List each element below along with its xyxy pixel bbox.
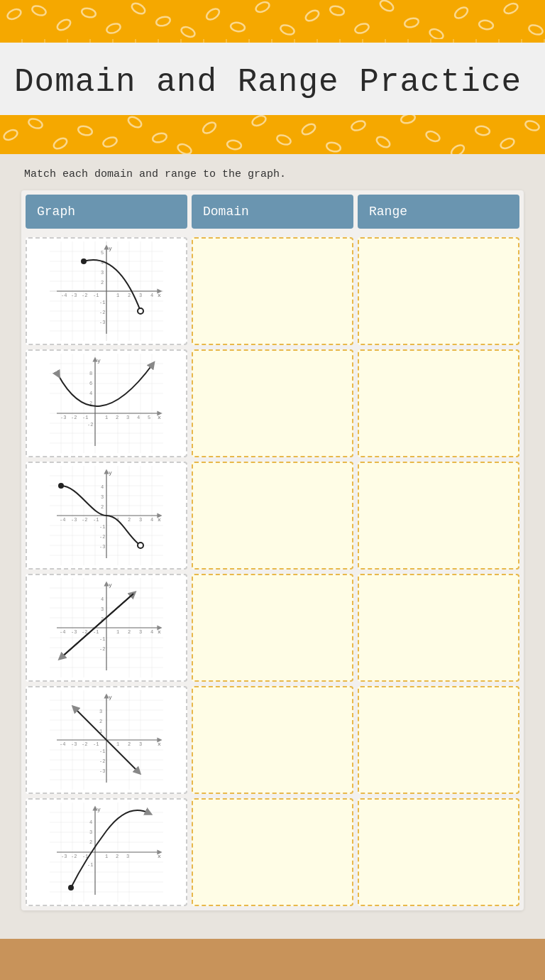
svg-text:-1: -1 xyxy=(99,636,105,642)
svg-text:-3: -3 xyxy=(71,293,77,298)
svg-text:4: 4 xyxy=(89,391,92,396)
table-row: x y -1 -2 -3 1 2 3 2 3 4 -1 xyxy=(26,798,519,906)
svg-text:y: y xyxy=(109,245,112,251)
svg-point-153 xyxy=(138,543,143,548)
svg-text:y: y xyxy=(109,582,112,588)
col-header-domain: Domain xyxy=(192,195,353,229)
domain-cell-5[interactable] xyxy=(192,686,353,794)
range-cell-4[interactable] xyxy=(358,574,519,682)
instruction-text: Match each domain and range to the graph… xyxy=(21,168,524,180)
svg-text:2: 2 xyxy=(99,719,102,724)
table-rows: x y -1 -2 -3 -4 1 2 3 4 2 3 4 5 xyxy=(21,233,524,910)
svg-text:3: 3 xyxy=(101,606,104,612)
svg-text:-3: -3 xyxy=(99,544,105,550)
svg-text:4: 4 xyxy=(101,484,104,490)
svg-text:4: 4 xyxy=(150,517,153,523)
svg-text:-3: -3 xyxy=(71,517,77,523)
col-header-range: Range xyxy=(358,195,519,229)
svg-text:1: 1 xyxy=(116,741,119,747)
svg-text:x: x xyxy=(158,414,161,420)
svg-text:4: 4 xyxy=(89,820,92,825)
svg-text:5: 5 xyxy=(101,250,104,256)
svg-text:x: x xyxy=(158,628,161,635)
svg-text:4: 4 xyxy=(150,629,153,635)
svg-text:-3: -3 xyxy=(71,629,77,635)
page-title: Domain and Range Practice xyxy=(14,64,531,101)
svg-text:-2: -2 xyxy=(99,310,105,315)
svg-text:2: 2 xyxy=(89,839,92,845)
svg-point-152 xyxy=(58,483,64,489)
domain-cell-4[interactable] xyxy=(192,574,353,682)
range-cell-1[interactable] xyxy=(358,237,519,345)
svg-text:4: 4 xyxy=(137,415,140,420)
range-cell-3[interactable] xyxy=(358,462,519,570)
table-row: x y -1 -2 -3 -4 1 2 3 1 2 3 -1 -2 xyxy=(26,686,519,794)
graph-cell-1: x y -1 -2 -3 -4 1 2 3 4 2 3 4 5 xyxy=(26,237,187,345)
range-cell-6[interactable] xyxy=(358,798,519,906)
svg-text:-3: -3 xyxy=(60,415,66,420)
svg-text:4: 4 xyxy=(101,597,104,602)
svg-text:3: 3 xyxy=(139,293,142,298)
domain-cell-1[interactable] xyxy=(192,237,353,345)
svg-text:3: 3 xyxy=(101,494,104,500)
main-card: Graph Domain Range xyxy=(21,190,524,910)
svg-text:3: 3 xyxy=(139,629,142,635)
svg-text:2: 2 xyxy=(128,517,131,523)
svg-text:x: x xyxy=(158,292,161,298)
svg-text:2: 2 xyxy=(128,741,131,747)
svg-text:-1: -1 xyxy=(93,741,99,747)
svg-text:6: 6 xyxy=(89,381,92,386)
graph-cell-5: x y -1 -2 -3 -4 1 2 3 1 2 3 -1 -2 xyxy=(26,686,187,794)
svg-point-246 xyxy=(68,885,74,891)
svg-text:-2: -2 xyxy=(71,854,77,859)
svg-text:3: 3 xyxy=(101,270,104,276)
svg-text:x: x xyxy=(158,516,161,523)
svg-text:1: 1 xyxy=(105,415,108,420)
svg-text:3: 3 xyxy=(126,854,129,859)
table-row: x y -1 -2 -3 -4 1 2 3 4 2 3 4 5 xyxy=(26,237,519,345)
svg-text:-1: -1 xyxy=(99,300,105,305)
graph-cell-3: x y -1 -2 -3 -4 1 2 3 4 2 3 4 - xyxy=(26,462,187,570)
table-row: x y -1 -2 -3 -4 1 2 3 4 2 3 4 - xyxy=(26,462,519,570)
svg-text:y: y xyxy=(97,806,101,812)
top-banner xyxy=(0,0,545,43)
svg-text:-2: -2 xyxy=(71,415,77,420)
svg-text:2: 2 xyxy=(116,415,119,420)
svg-text:x: x xyxy=(158,741,161,747)
svg-text:-2: -2 xyxy=(87,422,93,428)
svg-text:5: 5 xyxy=(148,415,150,420)
svg-text:4: 4 xyxy=(150,293,153,298)
svg-text:2: 2 xyxy=(116,854,119,859)
svg-text:-4: -4 xyxy=(60,629,65,635)
range-cell-5[interactable] xyxy=(358,686,519,794)
svg-text:x: x xyxy=(158,853,161,859)
svg-text:-2: -2 xyxy=(82,293,87,298)
svg-text:3: 3 xyxy=(139,741,142,747)
graph-cell-2: x y -1 -2 -3 1 2 3 4 5 2 4 6 8 xyxy=(26,349,187,457)
svg-text:-1: -1 xyxy=(87,862,93,868)
domain-cell-6[interactable] xyxy=(192,798,353,906)
svg-text:-3: -3 xyxy=(61,854,67,859)
svg-text:-2: -2 xyxy=(82,741,87,747)
svg-text:8: 8 xyxy=(89,371,92,376)
range-cell-2[interactable] xyxy=(358,349,519,457)
svg-text:y: y xyxy=(109,694,112,700)
mid-banner xyxy=(0,115,545,154)
domain-cell-3[interactable] xyxy=(192,462,353,570)
svg-text:-1: -1 xyxy=(93,517,99,523)
svg-text:-3: -3 xyxy=(99,768,105,774)
svg-text:-4: -4 xyxy=(60,741,65,747)
svg-text:-2: -2 xyxy=(82,517,87,523)
domain-cell-2[interactable] xyxy=(192,349,353,457)
svg-rect-0 xyxy=(0,0,545,39)
svg-text:-2: -2 xyxy=(99,534,105,540)
svg-text:1: 1 xyxy=(116,293,119,298)
svg-text:-1: -1 xyxy=(93,629,99,635)
svg-text:3: 3 xyxy=(126,415,129,420)
table-row: x y -1 -2 -3 -4 1 2 3 4 2 3 4 -1 xyxy=(26,574,519,682)
svg-text:y: y xyxy=(109,469,112,476)
svg-line-186 xyxy=(61,594,133,658)
svg-line-218 xyxy=(106,740,138,772)
table-header: Graph Domain Range xyxy=(21,190,524,233)
svg-text:-1: -1 xyxy=(99,524,105,530)
